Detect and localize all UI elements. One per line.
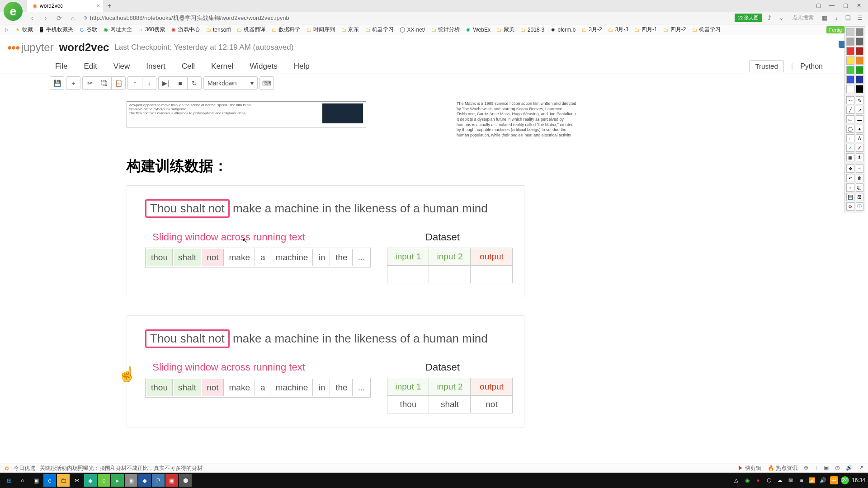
tool-cross[interactable]: ✗ [856,144,864,152]
tool-freehand[interactable]: 〰 [846,96,854,104]
bookmark-item[interactable]: 🗀3月-3 [606,26,630,33]
tool-marker[interactable]: ✎ [856,96,864,104]
color-orange[interactable] [856,56,864,65]
bookmark-item[interactable]: 🗀京东 [339,26,361,33]
explorer-icon[interactable]: 🗀 [57,474,70,487]
cortana-button[interactable]: ○ [16,474,29,487]
status-icon[interactable]: ↓ [815,465,817,472]
hotnews-link[interactable]: 🔥 热点资讯 [768,465,797,472]
minimize-button[interactable]: — [826,1,838,10]
taskview-button[interactable]: ▣ [30,474,42,487]
bookmark-item[interactable]: 🗀数据科学 [269,26,302,33]
bookmark-item[interactable]: 🗀四月-1 [632,26,659,33]
tray-icon[interactable]: ☁ [776,476,784,484]
status-icon[interactable]: ▣ [824,465,829,472]
battery-icon[interactable]: 24 [841,476,849,484]
status-icon[interactable]: 🔊 [846,465,853,472]
volume-icon[interactable]: 🔊 [819,476,827,484]
color-darkgreen[interactable] [856,66,864,74]
bookmark-item[interactable]: ◯XX-net/ [397,27,427,33]
tool-help[interactable]: ⓘ [856,202,864,211]
tool-ellipse[interactable]: ◯ [846,125,854,133]
bookmark-item[interactable]: ◉WebEx [463,27,492,33]
save-button[interactable]: 💾 [50,76,64,90]
new-tab-button[interactable]: + [104,2,115,10]
tool-save[interactable]: 💾 [846,193,854,201]
app-icon[interactable]: e [98,474,110,487]
tool-new[interactable]: ▫ [846,183,854,192]
bookmark-item[interactable]: G谷歌 [77,26,99,33]
trusted-badge[interactable]: Trusted [749,60,783,72]
annotation-done-button[interactable]: Fertig [826,26,844,33]
app-icon[interactable]: ◆ [84,474,97,487]
app-icon[interactable]: ▣ [125,474,137,487]
color-red[interactable] [846,47,854,55]
chevron-down-icon[interactable]: ⌄ [777,14,786,23]
tray-icon[interactable]: △ [732,476,741,484]
move-down-button[interactable]: ↓ [142,76,156,90]
reload-button[interactable]: ⟳ [54,13,64,23]
bookmark-item[interactable]: 🗀聚美 [494,26,516,33]
color-darkred[interactable] [856,47,864,55]
tool-move[interactable]: ✥ [846,164,854,173]
color-black[interactable] [856,85,864,93]
bookmark-item[interactable]: ◉游戏中心 [169,26,202,33]
tool-rect[interactable]: ▭ [846,115,854,123]
menu-help[interactable]: Help [293,60,311,73]
bookmark-item[interactable]: ★收藏 [13,26,35,33]
bookmark-item[interactable]: 🗀tensorfl [203,27,232,33]
bookmark-item[interactable]: 📱手机收藏夹 [37,26,75,33]
tray-icon[interactable]: ✉ [787,476,795,484]
tool-rect-fill[interactable]: ▬ [856,115,864,123]
notebook-title[interactable]: word2vec [59,41,109,54]
command-palette-button[interactable]: ⌨ [259,76,274,90]
bookmark-item[interactable]: 🗀四月-2 [661,26,688,33]
celltype-select[interactable]: Markdown ▾ [203,76,258,90]
tool-double-arrow[interactable]: ↔ [846,134,854,142]
zoom-badge[interactable]: 22张大图 [735,14,762,22]
tool-trash[interactable]: 🗑 [856,174,864,182]
forward-button[interactable]: › [41,13,51,23]
run-button[interactable]: ▶| [158,76,173,90]
jupyter-logo[interactable]: ●●●jupyter [7,41,54,54]
bookmark-item[interactable]: 🗀机器学习 [689,26,722,33]
cut-button[interactable]: ✂ [82,76,97,90]
color-gray-mid[interactable] [846,38,854,46]
app-icon[interactable]: ⬢ [179,474,192,487]
color-darkblue[interactable] [856,75,864,84]
move-up-button[interactable]: ↑ [127,76,142,90]
mail-icon[interactable]: ✉ [71,474,83,487]
tool-blur[interactable]: ▦ [846,153,854,161]
news-ticker[interactable]: 关晓彤活动内场照曝光：腰围和身材不成正比，真实不可多得的身材 [40,465,203,472]
copy-button[interactable]: ⿻ [97,76,111,90]
color-gray-light[interactable] [846,28,854,36]
tool-save2[interactable]: 🖫 [856,193,864,201]
tool-copy[interactable]: ⿻ [856,183,864,192]
tray-icon[interactable]: ● [754,476,762,484]
app-icon[interactable]: ▸ [111,474,124,487]
tool-line[interactable]: ╱ [846,106,854,114]
url-bar[interactable]: ⊕ http://localhost:8888/notebooks/机器学习实战… [81,14,731,22]
ext-icon-1[interactable]: ▦ [820,14,829,23]
ext-icon-4[interactable]: ☰ [855,14,864,23]
color-yellow[interactable] [846,56,854,65]
bookmark-item[interactable]: ○360搜索 [136,26,167,33]
browser-tab[interactable]: ◉ word2vec × [27,0,104,12]
back-button[interactable]: ‹ [27,13,37,23]
app-icon[interactable]: P [152,474,165,487]
status-icon[interactable]: ⊕ [804,465,808,472]
tool-check[interactable]: ✓ [846,144,854,152]
bookmark-item[interactable]: 🗀统计分析 [429,26,462,33]
restart-button[interactable]: ↻ [187,76,202,90]
status-icon[interactable]: ◷ [835,465,840,472]
paste-button[interactable]: 📋 [111,76,126,90]
tray-icon[interactable]: ≡ [797,476,806,484]
win-tab-icon[interactable]: ▢ [812,1,825,10]
share-icon[interactable]: ⤴ [765,14,774,23]
close-icon[interactable]: × [97,3,100,9]
color-gray-darker[interactable] [856,38,864,46]
menu-edit[interactable]: Edit [83,60,98,73]
tray-icon[interactable]: ◉ [743,476,751,484]
quickcut-link[interactable]: ▶ 快剪辑 [738,465,761,472]
bookmark-item[interactable]: 🗀机器学习 [363,26,396,33]
